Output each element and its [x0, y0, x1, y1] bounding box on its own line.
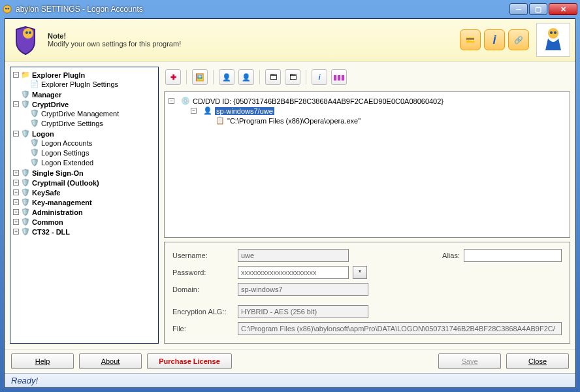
shield-icon: 🛡️ — [30, 119, 39, 127]
separator — [306, 70, 306, 84]
domain-label: Domain: — [172, 286, 234, 293]
expand-icon[interactable]: − — [13, 101, 19, 107]
tree-cryptdrive-settings[interactable]: CryptDrive Settings — [41, 120, 103, 127]
user-add-button[interactable]: 👤 — [219, 69, 234, 85]
svg-point-1 — [5, 8, 7, 10]
shield-icon: 🛡️ — [30, 148, 39, 157]
tree-cryptdrive[interactable]: CryptDrive — [32, 101, 69, 108]
shield-icon: 🛡️ — [21, 100, 30, 108]
shield-icon: 🛡️ — [21, 208, 30, 216]
tree-explorer-plugin-settings[interactable]: Explorer PlugIn Settings — [41, 80, 118, 88]
password-label: Password: — [172, 269, 234, 276]
info-tool-button[interactable]: i — [312, 69, 327, 85]
minimize-button[interactable]: ─ — [509, 3, 528, 15]
window-title: abylon SETTINGS - Logon Accounts — [16, 5, 508, 14]
app-minus-icon: 🗔 — [289, 73, 297, 81]
expand-icon[interactable]: + — [13, 219, 19, 225]
shield-icon: 🛡️ — [21, 90, 30, 99]
purchase-license-button[interactable]: Purchase License — [147, 353, 232, 369]
shield-icon: 🛡️ — [21, 169, 30, 177]
client-area: Note! Modify your own settings for this … — [4, 18, 576, 388]
expand-icon[interactable]: + — [13, 180, 19, 186]
main-area: −📁Explorer PlugIn 📄Explorer PlugIn Setti… — [5, 61, 575, 349]
tree-logon-extended[interactable]: Logon Extended — [41, 159, 93, 167]
maximize-button[interactable]: ▢ — [529, 3, 547, 15]
shield-icon: 🛡️ — [30, 139, 39, 147]
tree-keymgmt[interactable]: Key-management — [32, 199, 92, 206]
app-window: abylon SETTINGS - Logon Accounts ─ ▢ ✕ N… — [0, 0, 580, 392]
separator — [213, 70, 214, 84]
details-form: Username: uwe Alias: Password: * Domain:… — [164, 242, 570, 344]
expand-icon[interactable]: − — [13, 72, 19, 78]
tree-keysafe[interactable]: KeySafe — [32, 189, 60, 197]
app-plus-icon: 🗔 — [270, 73, 277, 81]
file-label: File: — [172, 325, 234, 333]
card-button[interactable]: 💳 — [460, 29, 481, 50]
tree-explorer-plugin[interactable]: Explorer PlugIn — [32, 71, 85, 79]
username-label: Username: — [172, 252, 234, 259]
plus-icon: ✚ — [170, 73, 176, 82]
tree-sso[interactable]: Single Sign-On — [32, 169, 84, 177]
app-add-button[interactable]: 🗔 — [265, 69, 281, 85]
close-button[interactable]: Close — [506, 353, 569, 369]
tree-cryptdrive-mgmt[interactable]: CryptDrive Management — [41, 110, 119, 118]
tree-ct32[interactable]: CT32 - DLL — [32, 228, 70, 236]
shield-icon: 🛡️ — [21, 178, 30, 187]
password-input[interactable] — [238, 266, 349, 279]
info-button[interactable]: i — [484, 29, 505, 50]
app-remove-button[interactable]: 🗔 — [285, 69, 300, 85]
user-node-selected[interactable]: sp-windows7/uwe — [215, 107, 274, 115]
svg-point-8 — [554, 31, 556, 34]
expand-icon[interactable]: + — [13, 170, 19, 176]
expand-icon[interactable]: − — [13, 131, 19, 137]
user-plus-icon: 👤 — [222, 73, 231, 82]
svg-point-0 — [3, 5, 11, 13]
tree-logon-settings[interactable]: Logon Settings — [41, 149, 89, 157]
barcode-button[interactable]: ▮▮▮ — [331, 69, 347, 85]
tree-cryptmail[interactable]: Cryptmail (Outlook) — [32, 179, 99, 187]
mascot-box — [536, 23, 570, 57]
tree-logon-accounts[interactable]: Logon Accounts — [41, 139, 92, 147]
file-field: C:\Program Files (x86)\abylonsoft\apmPro… — [238, 322, 562, 335]
expand-icon[interactable]: + — [13, 209, 19, 215]
tree-common[interactable]: Common — [32, 218, 63, 226]
folder-icon: 📁 — [21, 71, 30, 79]
tree-manager[interactable]: Manager — [32, 91, 61, 99]
shield-icon: 🛡️ — [21, 227, 30, 236]
about-button[interactable]: About — [79, 353, 142, 369]
expand-icon[interactable]: + — [13, 199, 19, 205]
bottom-bar: Help About Purchase License Save Close — [5, 349, 575, 373]
titlebar[interactable]: abylon SETTINGS - Logon Accounts ─ ▢ ✕ — [0, 0, 580, 18]
expand-icon[interactable]: + — [13, 189, 19, 195]
shield-icon: 🛡️ — [21, 198, 30, 206]
expand-icon[interactable]: + — [13, 229, 19, 235]
shield-icon: 🛡️ — [30, 158, 39, 167]
shield-icon: 🛡️ — [21, 188, 30, 197]
save-button: Save — [438, 353, 501, 369]
image-button[interactable]: 🖼️ — [192, 69, 208, 85]
link-button[interactable]: 🔗 — [508, 29, 529, 50]
mascot-shield-icon — [10, 24, 41, 56]
expand-icon[interactable]: − — [191, 108, 197, 114]
help-button[interactable]: Help — [11, 353, 74, 369]
svg-point-2 — [7, 8, 9, 10]
add-button[interactable]: ✚ — [165, 69, 181, 85]
close-window-button[interactable]: ✕ — [549, 3, 577, 15]
tree-logon[interactable]: Logon — [32, 130, 54, 138]
header-buttons: 💳 i 🔗 — [460, 23, 570, 57]
note-header: Note! Modify your own settings for this … — [5, 19, 575, 61]
app-path-node[interactable]: "C:\Program Files (x86)\Opera\opera.exe" — [227, 117, 361, 125]
status-bar: Ready! — [5, 373, 575, 387]
info-icon: i — [318, 73, 320, 81]
domain-field: sp-windows7 — [238, 283, 368, 296]
account-tree[interactable]: −💿CD/DVD ID: {050731746B2B4BF28C3868A4AB… — [164, 91, 570, 238]
alias-input[interactable] — [464, 249, 562, 262]
user-remove-button[interactable]: 👤 — [238, 69, 254, 85]
nav-tree[interactable]: −📁Explorer PlugIn 📄Explorer PlugIn Setti… — [10, 67, 159, 344]
expand-icon[interactable]: − — [169, 98, 174, 104]
encryption-field: HYBRID - AES (256 bit) — [238, 305, 368, 318]
cd-id-node[interactable]: CD/DVD ID: {050731746B2B4BF28C3868A4AB9F… — [193, 97, 443, 105]
toolbar: ✚ 🖼️ 👤 👤 🗔 🗔 i ▮▮▮ — [164, 67, 570, 88]
tree-admin[interactable]: Administration — [32, 208, 83, 216]
reveal-password-button[interactable]: * — [353, 266, 367, 279]
